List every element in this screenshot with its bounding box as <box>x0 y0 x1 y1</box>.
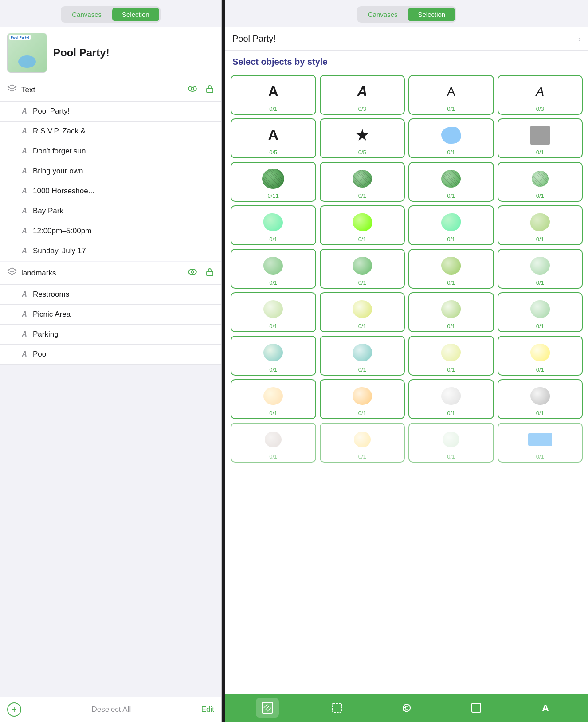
panel-title-row[interactable]: Pool Party! › <box>225 27 588 51</box>
edit-button[interactable]: Edit <box>201 705 214 714</box>
style-grid: A 0/1 A 0/3 A 0/1 A 0/3 <box>225 71 588 466</box>
style-cell-16[interactable]: 0/1 <box>231 249 316 289</box>
style-cell-6[interactable]: 0/1 <box>408 118 494 158</box>
style-cell-24[interactable]: 0/1 <box>231 336 316 376</box>
style-count-27: 0/1 <box>536 366 544 373</box>
gray-blob-1 <box>441 387 461 405</box>
text-group-header[interactable]: Text <box>0 78 221 102</box>
hatch-pattern-tool[interactable] <box>256 698 279 718</box>
layer-item-address[interactable]: A 1000 Horseshoe... <box>0 181 221 201</box>
layers-stack-icon <box>7 84 17 96</box>
text-tool[interactable]: A <box>534 698 557 718</box>
crop-tool[interactable] <box>465 698 488 718</box>
style-count-17: 0/1 <box>358 279 366 286</box>
style-cell-17[interactable]: 0/1 <box>320 249 405 289</box>
style-cell-11[interactable]: 0/1 <box>498 162 583 202</box>
right-segment-control: Canvases Selection <box>357 6 456 23</box>
style-cell-5[interactable]: ★ 0/5 <box>320 118 405 158</box>
style-cell-21[interactable]: 0/1 <box>320 292 405 332</box>
layer-item-dont-forget[interactable]: A Don't forget sun... <box>0 141 221 161</box>
style-count-28: 0/1 <box>269 410 277 416</box>
style-cell-27[interactable]: 0/1 <box>498 336 583 376</box>
left-canvases-tab[interactable]: Canvases <box>62 8 111 21</box>
style-cell-20[interactable]: 0/1 <box>231 292 316 332</box>
style-preview-17 <box>322 253 403 278</box>
style-count-31: 0/1 <box>536 410 544 416</box>
layer-item-date[interactable]: A Sunday, July 17 <box>0 241 221 261</box>
layer-item-name: Parking <box>33 330 59 339</box>
pale-green-blob-2 <box>353 300 372 318</box>
style-cell-0[interactable]: A 0/1 <box>231 75 316 115</box>
style-cell-35[interactable]: 0/1 <box>498 423 583 463</box>
text-a-icon-2: A <box>447 85 455 99</box>
style-count-33: 0/1 <box>358 453 366 460</box>
style-cell-33[interactable]: 0/1 <box>320 423 405 463</box>
canvas-thumbnail[interactable]: Pool Party! <box>7 33 47 73</box>
layer-item-parking[interactable]: A Parking <box>0 325 221 345</box>
hatch-pattern-icon <box>261 702 274 714</box>
style-cell-4[interactable]: A 0/5 <box>231 118 316 158</box>
text-lock-icon[interactable] <box>205 84 214 96</box>
style-preview-35 <box>500 427 580 451</box>
layer-item-bring[interactable]: A Bring your own... <box>0 161 221 181</box>
style-cell-3[interactable]: A 0/3 <box>498 75 583 115</box>
landmarks-layer-section: landmarks A Restrooms <box>0 262 221 365</box>
layer-item-rsvp[interactable]: A R.S.V.P. Zack &... <box>0 122 221 141</box>
layer-item-restrooms[interactable]: A Restrooms <box>0 285 221 305</box>
left-segment-control: Canvases Selection <box>61 6 160 23</box>
svg-rect-7 <box>207 271 213 276</box>
style-cell-1[interactable]: A 0/3 <box>320 75 405 115</box>
style-cell-12[interactable]: 0/1 <box>231 205 316 245</box>
landmarks-eye-icon[interactable] <box>188 267 197 279</box>
rotate-tool[interactable] <box>395 698 418 718</box>
style-cell-30[interactable]: 0/1 <box>408 379 494 419</box>
style-cell-32[interactable]: 0/1 <box>231 423 316 463</box>
layer-item-name: 12:00pm–5:00pm <box>33 227 91 235</box>
svg-point-1 <box>188 86 196 91</box>
style-cell-22[interactable]: 0/1 <box>408 292 494 332</box>
right-selection-tab[interactable]: Selection <box>408 8 455 21</box>
layer-item-time[interactable]: A 12:00pm–5:00pm <box>0 221 221 241</box>
text-type-icon: A <box>20 127 28 135</box>
text-a-bold-icon: A <box>268 127 278 143</box>
gray-blob-2 <box>530 387 550 405</box>
selection-box-tool[interactable] <box>325 698 349 718</box>
landmarks-group-name: landmarks <box>21 269 180 278</box>
left-selection-tab[interactable]: Selection <box>112 8 159 21</box>
style-cell-19[interactable]: 0/1 <box>498 249 583 289</box>
style-count-19: 0/1 <box>536 279 544 286</box>
style-cell-25[interactable]: 0/1 <box>320 336 405 376</box>
style-cell-2[interactable]: A 0/1 <box>408 75 494 115</box>
layer-item-bay-park[interactable]: A Bay Park <box>0 201 221 221</box>
style-cell-7[interactable]: 0/1 <box>498 118 583 158</box>
style-preview-23 <box>500 297 580 321</box>
blue-rect-shape <box>528 433 552 446</box>
style-cell-28[interactable]: 0/1 <box>231 379 316 419</box>
style-cell-8[interactable]: 0/11 <box>231 162 316 202</box>
landmarks-group-header[interactable]: landmarks <box>0 262 221 285</box>
style-cell-23[interactable]: 0/1 <box>498 292 583 332</box>
text-eye-icon[interactable] <box>188 84 197 96</box>
style-cell-9[interactable]: 0/1 <box>320 162 405 202</box>
style-cell-31[interactable]: 0/1 <box>498 379 583 419</box>
style-cell-26[interactable]: 0/1 <box>408 336 494 376</box>
style-cell-34[interactable]: 0/1 <box>408 423 494 463</box>
style-cell-13[interactable]: 0/1 <box>320 205 405 245</box>
text-type-icon: A <box>20 167 28 175</box>
style-cell-14[interactable]: 0/1 <box>408 205 494 245</box>
layer-item-name: Don't forget sun... <box>33 147 92 156</box>
add-button[interactable]: + <box>7 702 21 717</box>
left-panel: Canvases Selection Pool Party! Pool Part… <box>0 0 222 722</box>
style-cell-10[interactable]: 0/1 <box>408 162 494 202</box>
style-cell-15[interactable]: 0/1 <box>498 205 583 245</box>
gray-square-shape <box>530 126 550 145</box>
style-cell-18[interactable]: 0/1 <box>408 249 494 289</box>
style-cell-29[interactable]: 0/1 <box>320 379 405 419</box>
landmarks-lock-icon[interactable] <box>205 267 214 279</box>
layer-item-pool-party[interactable]: A Pool Party! <box>0 102 221 122</box>
layer-item-picnic[interactable]: A Picnic Area <box>0 305 221 325</box>
layer-item-pool[interactable]: A Pool <box>0 345 221 365</box>
svg-text:A: A <box>542 702 549 714</box>
right-canvases-tab[interactable]: Canvases <box>358 8 408 21</box>
deselect-all-button[interactable]: Deselect All <box>91 705 131 714</box>
